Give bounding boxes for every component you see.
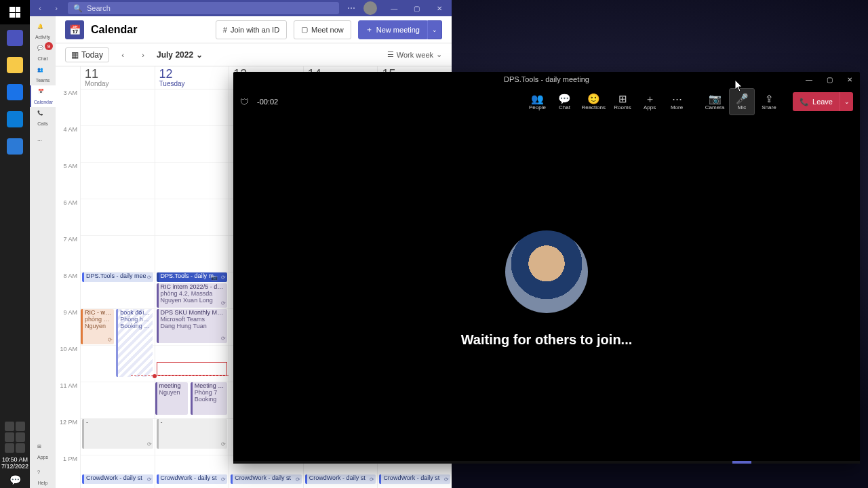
calendar-event[interactable]: book đổi phòngPhòng họp 10Booking Manage… [116,309,153,377]
reactions-icon: 🙂 [587,94,600,104]
meeting-camera-button[interactable]: 📷Camera [702,88,728,115]
time-label: 12 PM [56,419,80,455]
teams-icon: 👥 [37,67,48,78]
meeting-close-button[interactable]: ✕ [840,72,860,87]
calendar-header: 📅 Calendar #Join with an ID ▢Meet now ＋N… [56,16,452,43]
calendar-event[interactable]: DPS.Tools - daily mee⟳ [82,272,153,282]
taskbar-teams[interactable] [0,24,30,52]
back-button[interactable]: ‹ [33,3,47,14]
meeting-people-button[interactable]: 👥People [524,88,550,115]
sidebar-item-calls[interactable]: 📞Calls [30,107,56,129]
calendar-event[interactable]: CrowdWork - daily st⟳ [379,474,450,484]
recurring-icon: ⟳ [296,477,300,483]
day-column-monday[interactable]: 11MondayDPS.Tools - daily mee⟳RIC - week… [80,66,155,488]
video-icon: ▢ [301,25,308,34]
meeting-minimize-button[interactable]: — [799,72,819,87]
leave-button[interactable]: 📞Leave ⌄ [793,92,853,111]
recurring-icon: ⟳ [370,477,374,483]
sidebar-item-activity[interactable]: 🔔Activity [30,20,56,42]
next-week-button[interactable]: › [136,51,150,59]
calendar-event[interactable]: meetingNguyen [155,382,189,415]
calendar-event[interactable]: CrowdWork - daily st⟳ [82,474,153,484]
calendar-event[interactable]: DPS.Tools - daily m⟳📷 [157,272,228,282]
recurring-icon: ⟳ [221,275,226,281]
calendar-icon: 📅 [65,20,84,39]
day-header[interactable]: 12Tuesday [155,66,229,89]
time-label: 10 AM [56,346,80,382]
phone-icon: 📞 [800,98,809,106]
sidebar-help[interactable]: ?Help [30,466,56,488]
sidebar-item-calendar[interactable]: 📅Calendar [30,85,56,107]
user-avatar[interactable] [363,1,377,15]
calendar-event[interactable]: -⟳ [82,419,153,449]
start-button[interactable] [0,0,30,24]
day-column-tuesday[interactable]: 12TuesdayDPS.Tools - daily m⟳📷RIC intern… [155,66,229,488]
taskbar-vscode[interactable] [0,133,30,160]
system-tray[interactable] [3,422,27,453]
meeting-rooms-button[interactable]: ⊞Rooms [610,88,635,115]
meeting-chat-button[interactable]: 💬Chat [551,88,577,115]
calendar-event[interactable]: CrowdWork - daily st⟳ [157,474,228,484]
chat-icon: 💬 [558,94,571,104]
taskbar-chrome[interactable] [0,79,30,106]
recurring-icon: ⟳ [147,275,152,281]
prev-week-button[interactable]: ‹ [116,51,130,59]
calendar-event[interactable]: Meeting aboutPhòng 7Booking [191,382,227,415]
calendar-event[interactable]: RIC intern 2022/5 - dailyphòng 4.2, Mass… [157,283,228,308]
meeting-reactions-button[interactable]: 🙂Reactions [578,88,608,115]
time-label: 5 AM [56,163,80,199]
taskbar-explorer[interactable] [0,52,30,79]
search-icon: 🔍 [73,4,83,13]
new-meeting-button[interactable]: ＋New meeting [358,20,427,39]
shield-icon[interactable]: 🛡 [240,97,249,107]
time-label: 7 AM [56,236,80,272]
maximize-button[interactable]: ▢ [408,0,426,16]
clock-date: 7/12/2022 [1,464,28,470]
search-input[interactable]: 🔍 Search [68,2,339,14]
calendar-subheader: ▦Today ‹ › July 2022⌄ ☰Work week⌄ [56,43,452,66]
leave-dropdown[interactable]: ⌄ [840,92,853,111]
meeting-toolbar: 🛡 -00:02 👥People💬Chat🙂Reactions⊞Rooms＋Ap… [233,87,860,117]
sidebar-item-chat[interactable]: 💬Chat9 [30,42,56,64]
calendar-event[interactable]: CrowdWork - daily st⟳ [305,474,376,484]
calendar-event[interactable]: RIC - weeklyphòng 4.2Nguyen⟳ [81,309,114,344]
notifications-icon[interactable]: 💬 [9,474,21,485]
close-button[interactable]: ✕ [431,0,449,16]
more-icon[interactable]: ⋯ [347,3,355,13]
meeting-more-button[interactable]: ⋯More [664,88,690,115]
meet-now-button[interactable]: ▢Meet now [294,20,351,39]
calendar-event[interactable]: DPS SKU Monthly MeetingMicrosoft TeamsDa… [157,309,228,343]
sidebar-item-teams[interactable]: 👥Teams [30,64,56,85]
meeting-apps-button[interactable]: ＋Apps [637,88,663,115]
meeting-timer: -00:02 [257,98,278,106]
time-label: 6 AM [56,199,80,236]
hash-icon: # [223,26,227,34]
sidebar-more[interactable]: ⋯ [30,133,56,155]
meeting-maximize-button[interactable]: ▢ [819,72,840,87]
sidebar-apps[interactable]: ⊞Apps [30,441,56,462]
view-picker[interactable]: ☰Work week⌄ [387,50,442,59]
time-selection[interactable] [157,362,228,375]
taskbar-edge[interactable] [0,106,30,133]
meeting-stage: Waiting for others to join... [233,117,860,461]
meeting-share-button[interactable]: ⇪Share [756,88,782,115]
join-with-id-button[interactable]: #Join with an ID [216,20,287,39]
forward-button[interactable]: › [49,3,64,14]
taskbar-clock[interactable]: 10:50 AM 7/12/2022 [1,457,28,470]
search-placeholder: Search [87,4,111,12]
calendar-event[interactable]: -⟳ [157,419,228,449]
month-picker[interactable]: July 2022⌄ [157,50,203,60]
list-icon: ☰ [387,50,394,59]
minimize-button[interactable]: — [385,0,403,16]
meeting-titlebar[interactable]: DPS.Tools - daily meeting — ▢ ✕ [233,72,860,87]
people-icon: 👥 [531,94,544,104]
time-label: 11 AM [56,382,80,419]
mouse-cursor [735,80,743,92]
new-meeting-dropdown[interactable]: ⌄ [427,20,442,39]
recurring-icon: ⟳ [221,336,226,342]
today-button[interactable]: ▦Today [65,47,109,62]
time-label: 3 AM [56,89,80,126]
time-label: 1 PM [56,455,80,488]
calendar-event[interactable]: CrowdWork - daily st⟳ [231,474,302,484]
day-header[interactable]: 11Monday [81,66,155,89]
